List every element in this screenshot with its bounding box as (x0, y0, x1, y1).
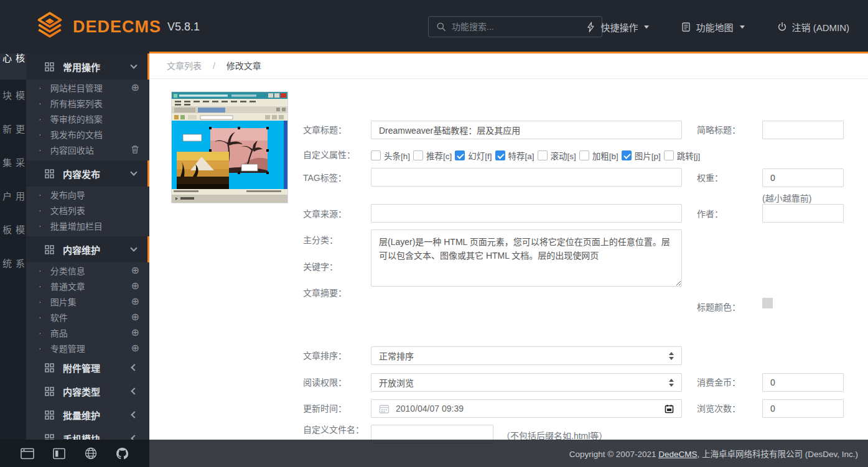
checkbox[interactable] (538, 150, 548, 160)
checkbox[interactable] (495, 150, 505, 160)
read-access-select[interactable]: 开放浏览 (371, 373, 682, 392)
breadcrumb-edit-article: 修改文章 (226, 61, 261, 71)
sidebar-menu-row[interactable]: 手机模块 (26, 427, 149, 440)
checkbox-label: 滚动[s] (551, 149, 576, 162)
checkbox[interactable] (455, 150, 465, 160)
sidebar-menu-row[interactable]: · 分类信息 ⊕ (26, 262, 149, 278)
date-picker-icon[interactable] (665, 404, 674, 414)
plus-circle-icon[interactable]: ⊕ (131, 328, 139, 338)
sidebar-menu-row[interactable]: · 内容回收站 (26, 142, 149, 157)
github-icon[interactable] (116, 447, 129, 460)
gold-input[interactable] (762, 373, 844, 392)
sidebar-menu-row[interactable]: · 软件 ⊕ (26, 309, 149, 325)
rail-tab[interactable]: 核心 (0, 53, 26, 80)
summary-textarea[interactable]: 层(Layer)是一种 HTML 页面元素，您可以将它定位在页面上的任意位置。层… (371, 229, 682, 287)
attribute-checkbox-item[interactable]: 加粗[b] (579, 149, 618, 162)
sidebar-menu-row[interactable]: · 所有档案列表 (26, 95, 149, 111)
rail-tab[interactable]: 模板 (0, 225, 26, 247)
sidebar-menu-row[interactable]: · 等审核的档案 (26, 111, 149, 126)
sidebar-menu-row[interactable]: 附件管理 (26, 356, 149, 379)
sidebar-menu-row[interactable]: · 文档列表 (26, 202, 149, 218)
copyright-text: Copyright © 2007-2021 DedeCMS, 上海卓卓网络科技有… (569, 447, 858, 460)
attribute-checkbox-item[interactable]: 幻灯[f] (455, 149, 492, 162)
attribute-checkbox-item[interactable]: 头条[h] (371, 149, 410, 162)
plus-circle-icon[interactable]: ⊕ (131, 343, 139, 353)
trash-icon[interactable] (131, 145, 139, 154)
sidebar-menu-row[interactable]: 内容发布 (26, 160, 149, 187)
sidebar-menu-row[interactable]: 批量维护 (26, 403, 149, 427)
article-thumbnail[interactable] (171, 91, 288, 203)
author-input[interactable] (762, 204, 844, 223)
function-search[interactable] (428, 16, 602, 37)
sidebar-menu-row[interactable]: · 图片集 ⊕ (26, 294, 149, 309)
sidebar-menu-row[interactable]: 内容类型 (26, 379, 149, 403)
rail-tab[interactable]: 更新 (0, 124, 26, 147)
feature-map-menu[interactable]: 功能地图 (681, 21, 744, 34)
sidebar-menu-row[interactable]: 内容维护 (26, 236, 149, 262)
tag-input[interactable] (371, 168, 682, 187)
sidebar-menu-row[interactable]: · 发布向导 (26, 187, 149, 202)
weight-input[interactable] (762, 169, 844, 187)
dedecms-link[interactable]: DedeCMS (658, 450, 697, 459)
checkbox[interactable] (664, 150, 674, 160)
sidebar-menu-row[interactable]: 常用操作 (26, 53, 149, 80)
plus-circle-icon[interactable]: ⊕ (131, 312, 139, 322)
attribute-checkbox-item[interactable]: 推荐[c] (413, 149, 452, 162)
search-input[interactable] (452, 22, 602, 32)
sidebar-footer-bar (0, 440, 149, 467)
plus-circle-icon[interactable]: ⊕ (131, 281, 139, 291)
globe-icon[interactable] (85, 447, 97, 460)
attribute-checkbox-item[interactable]: 图片[p] (622, 149, 661, 162)
attribute-checkbox-item[interactable]: 跳转[j] (664, 149, 701, 162)
dedecms-logo[interactable]: DEDECMS V5.8.1 (34, 11, 200, 42)
short-title-input[interactable] (762, 121, 844, 139)
checkbox-label: 加粗[b] (592, 149, 618, 162)
chevron-left-icon (132, 365, 137, 370)
thumbnail-dreamweaver-screenshot (172, 92, 287, 203)
checkbox[interactable] (579, 150, 589, 160)
checkbox[interactable] (371, 150, 381, 160)
chevron-down-icon (740, 25, 745, 29)
sort-select[interactable]: 正常排序 (371, 346, 682, 365)
attribute-checkbox-item[interactable]: 滚动[s] (538, 149, 576, 162)
footer-bar: Copyright © 2007-2021 DedeCMS, 上海卓卓网络科技有… (149, 440, 868, 467)
rail-tab[interactable]: 系统 (0, 259, 26, 281)
bullet-icon: · (39, 297, 42, 307)
module-rail: 核心 模块 更新 采集 用户 模板 系统 (0, 53, 26, 440)
rail-tab[interactable]: 模块 (0, 91, 26, 113)
sidebar-layout-icon[interactable] (53, 448, 65, 460)
menu-item-label: 批量维护 (63, 409, 100, 422)
sidebar-menu-row[interactable]: · 商品 ⊕ (26, 325, 149, 340)
sidebar-menu-row[interactable]: · 专题管理 ⊕ (26, 340, 149, 356)
select-stepper-icon (669, 352, 674, 360)
chevron-left-icon (132, 389, 137, 394)
grid-icon (45, 410, 54, 420)
plus-circle-icon[interactable]: ⊕ (131, 297, 139, 307)
breadcrumb-article-list[interactable]: 文章列表 (167, 61, 202, 71)
attribute-checkbox-item[interactable]: 特荐[a] (495, 149, 534, 162)
source-input[interactable] (371, 204, 682, 223)
views-input[interactable] (762, 399, 844, 418)
quick-actions-menu[interactable]: 快捷操作 (586, 21, 649, 34)
logout-button[interactable]: 注销 (ADMIN) (777, 21, 850, 34)
title-color-swatch[interactable] (762, 298, 773, 308)
window-icon[interactable] (21, 448, 34, 460)
sidebar-menu-row[interactable]: · 网站栏目管理 ⊕ (26, 80, 149, 95)
checkbox[interactable] (413, 150, 423, 160)
main-content: 文章列表 / 修改文章 (149, 53, 868, 467)
feature-map-label: 功能地图 (696, 21, 733, 34)
checkbox-label: 推荐[c] (426, 149, 452, 162)
grid-icon (45, 434, 54, 440)
sidebar-menu-row[interactable]: · 批量增加栏目 (26, 218, 149, 233)
menu-item-label: 图片集 (50, 295, 77, 308)
plus-circle-icon[interactable]: ⊕ (131, 266, 139, 275)
rail-tab[interactable]: 用户 (0, 192, 26, 214)
checkbox[interactable] (622, 150, 632, 160)
title-input[interactable] (371, 121, 682, 139)
plus-circle-icon[interactable]: ⊕ (131, 83, 139, 93)
sidebar-menu-row[interactable]: · 普通文章 ⊕ (26, 278, 149, 294)
rail-tab[interactable]: 采集 (0, 158, 26, 180)
update-time-picker[interactable]: 2010/04/07 09:39 (371, 399, 682, 418)
menu-item-label: 内容发布 (63, 167, 100, 180)
sidebar-menu-row[interactable]: · 我发布的文档 (26, 126, 149, 142)
